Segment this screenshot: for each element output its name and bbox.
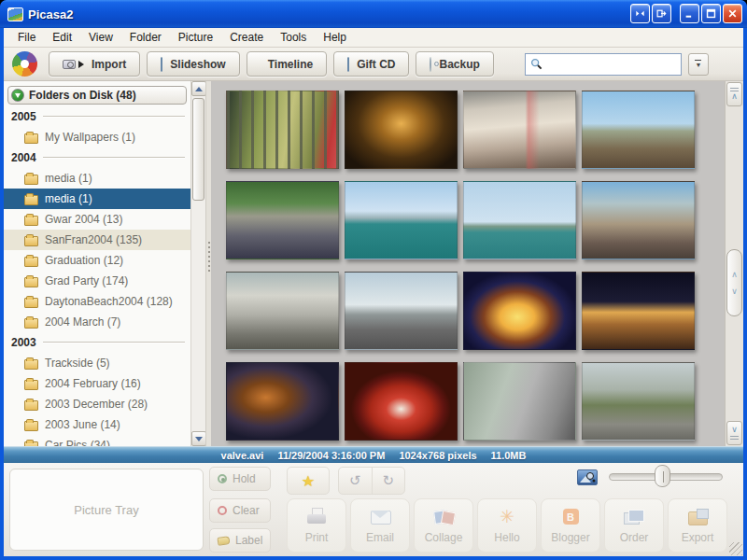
year-divider [43, 116, 185, 118]
layout-toggle-button[interactable] [630, 4, 650, 23]
sidebar-folder-grad-party-174[interactable]: Grad Party (174) [4, 271, 190, 291]
year-header-2005: 2005 [4, 106, 190, 127]
hello-button[interactable]: ✳Hello [477, 498, 537, 553]
arrow-up-icon [195, 87, 203, 91]
thumbnail-alcatraz-buildings[interactable] [582, 91, 695, 169]
folder-label: Graduation (12) [45, 254, 123, 267]
thumbnail-car-dashboard[interactable] [463, 362, 576, 441]
close-button[interactable] [723, 4, 742, 23]
grid-scroll-bottom-button[interactable]: ∨ [726, 421, 742, 445]
resize-grip[interactable] [729, 542, 742, 555]
search-input[interactable] [525, 53, 682, 76]
thumbnail-bar-lights[interactable] [226, 362, 339, 441]
folder-icon [24, 257, 38, 267]
rotate-buttons: ↺ ↻ [338, 467, 405, 495]
grid-scroll-top-button[interactable]: ∧ [726, 82, 742, 106]
menu-item-view[interactable]: View [80, 29, 121, 46]
backup-label: Backup [439, 58, 479, 71]
clear-button[interactable]: Clear [209, 498, 271, 523]
thumbnail-night-market[interactable] [582, 272, 695, 350]
thumbnail-hilly-street[interactable] [582, 362, 695, 441]
sidebar-scrollbar-thumb[interactable] [192, 98, 204, 201]
search-options-button[interactable]: ▼ [688, 53, 709, 76]
picasa-logo[interactable] [12, 51, 37, 77]
export-button[interactable]: Export [668, 498, 727, 553]
folder-label: Car Pics (34) [45, 439, 110, 446]
blogger-button[interactable]: BBlogger [541, 498, 600, 553]
minimize-button[interactable] [680, 4, 699, 23]
thumbnail-santa-bar[interactable] [345, 362, 458, 441]
sidebar-folder-gwar-2004-13[interactable]: Gwar 2004 (13) [4, 209, 190, 230]
sidebar-folder-2003-june-14[interactable]: 2003 June (14) [4, 414, 190, 435]
rotate-cw-button[interactable]: ↻ [373, 468, 405, 494]
zoom-slider-thumb[interactable] [655, 465, 670, 487]
exit-button[interactable] [652, 4, 671, 23]
thumbnail-alcatraz-island[interactable] [463, 181, 576, 259]
chevron-up-icon: ∧ [731, 92, 738, 102]
thumbnail-cellblock-interior[interactable] [463, 91, 576, 169]
collapse-green-arrow-icon[interactable] [11, 89, 24, 102]
folder-label: Grad Party (174) [45, 274, 128, 287]
rotate-ccw-icon: ↺ [349, 472, 361, 489]
sidebar-scroll-up-button[interactable] [191, 81, 206, 96]
sidebar-folder-media-1[interactable]: media (1) [4, 189, 190, 209]
menu-item-file[interactable]: File [9, 29, 44, 46]
folder-icon [24, 216, 38, 226]
horizontal-arrows-icon [635, 8, 645, 19]
title-bar[interactable]: Picasa2 [0, 0, 747, 28]
sidebar-folder-graduation-12[interactable]: Graduation (12) [4, 250, 190, 271]
menu-item-help[interactable]: Help [315, 29, 355, 46]
folder-label: DaytonaBeach2004 (128) [45, 295, 173, 308]
import-button[interactable]: Import [49, 51, 140, 77]
thumbnail-ocean-horizon[interactable] [345, 181, 458, 259]
folders-on-disk-header[interactable]: Folders on Disk (48) [7, 86, 187, 105]
slideshow-button[interactable]: Slideshow [147, 51, 239, 77]
folder-label: 2003 December (28) [45, 398, 148, 411]
sidebar-folder-my-wallpapers-1[interactable]: My Wallpapers (1) [4, 127, 190, 147]
sidebar-folder-daytonabeach2004-128[interactable]: DaytonaBeach2004 (128) [4, 291, 190, 312]
thumbnail-street-shops[interactable] [226, 272, 339, 350]
photo-grid-scrollbar[interactable]: ∧ ∧ ∨ ∨ [725, 81, 743, 446]
collage-button[interactable]: Collage [414, 498, 473, 553]
sidebar-folder-sanfran2004-135[interactable]: SanFran2004 (135) [4, 230, 190, 250]
year-label: 2003 [11, 336, 36, 349]
picasa-window: Picasa2 FileEditViewFolderPictureCreateT… [0, 0, 747, 560]
menu-item-picture[interactable]: Picture [170, 29, 221, 46]
sidebar-folder-2003-december-28[interactable]: 2003 December (28) [4, 394, 190, 414]
label-button[interactable]: Label [209, 528, 271, 553]
sidebar-folder-2004-february-16[interactable]: 2004 February (16) [4, 373, 190, 394]
maximize-button[interactable] [701, 4, 721, 23]
menu-item-create[interactable]: Create [221, 29, 272, 46]
menu-item-edit[interactable]: Edit [44, 29, 80, 46]
order-button[interactable]: Order [604, 498, 664, 553]
hold-button[interactable]: Hold [209, 467, 271, 491]
grid-scrollbar-thumb[interactable]: ∧ ∨ [726, 249, 742, 316]
sidebar-folder-car-pics-34[interactable]: Car Pics (34) [4, 435, 190, 446]
rotate-ccw-button[interactable]: ↺ [339, 468, 373, 494]
timeline-button[interactable]: Timeline [247, 51, 327, 77]
timeline-label: Timeline [268, 58, 313, 71]
sidebar-folder-media-1[interactable]: media (1) [4, 168, 190, 189]
sidebar-folder-trackside-5[interactable]: Trackside (5) [4, 353, 190, 373]
thumbnail-jail-cell-bars[interactable] [226, 91, 339, 169]
menu-item-tools[interactable]: Tools [272, 29, 315, 46]
sidebar-folder-2004-march-7[interactable]: 2004 March (7) [4, 312, 190, 332]
print-button[interactable]: Print [287, 498, 346, 553]
sidebar-splitter[interactable] [205, 81, 211, 446]
email-button[interactable]: Email [350, 498, 410, 553]
sidebar-scrollbar[interactable] [190, 81, 205, 446]
order-label: Order [620, 531, 649, 544]
thumbnail-dark-corridor[interactable] [345, 91, 458, 169]
thumbnail-carousel-night[interactable] [463, 272, 576, 350]
thumbnail-pier-harbor[interactable] [582, 181, 695, 259]
thumbnail-boat-crowd[interactable] [226, 181, 339, 259]
star-button[interactable]: ★ [287, 467, 330, 495]
gift-cd-button[interactable]: Gift CD [333, 51, 409, 77]
sidebar-scroll-down-button[interactable] [191, 431, 206, 446]
picture-tray[interactable]: Picture Tray [9, 469, 204, 551]
thumbnail-street-road[interactable] [345, 272, 458, 350]
menu-item-folder[interactable]: Folder [121, 29, 170, 46]
folder-icon [24, 359, 38, 370]
backup-button[interactable]: Backup [416, 51, 493, 77]
year-header-2003: 2003 [4, 332, 190, 353]
